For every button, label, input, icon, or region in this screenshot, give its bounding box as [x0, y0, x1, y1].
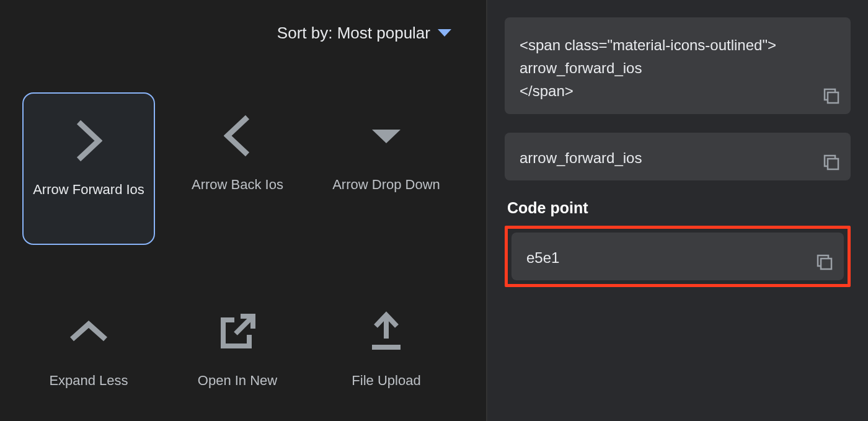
icon-detail-panel: <span class="material-icons-outlined"> a… — [487, 0, 868, 421]
code-point-text: e5e1 — [526, 246, 829, 269]
expand-less-icon — [67, 308, 110, 355]
code-point-box: e5e1 — [512, 233, 844, 280]
html-snippet-text: <span class="material-icons-outlined"> a… — [520, 33, 836, 103]
dropdown-caret-icon — [438, 29, 451, 38]
icon-tile-label: Arrow Forward Ios — [28, 180, 149, 199]
svg-marker-0 — [438, 29, 451, 37]
svg-marker-1 — [372, 130, 401, 143]
icon-tile-expand-less[interactable]: Expand Less — [22, 288, 155, 401]
arrow-drop-down-icon — [368, 112, 404, 159]
icon-name-box: arrow_forward_ios — [505, 133, 851, 180]
icon-tile-arrow-forward-ios[interactable]: Arrow Forward Ios — [22, 92, 155, 245]
sort-label: Sort by: Most popular — [277, 24, 430, 43]
svg-rect-8 — [828, 159, 838, 169]
arrow-back-ios-icon — [224, 112, 251, 159]
icon-tile-arrow-drop-down[interactable]: Arrow Drop Down — [320, 92, 453, 245]
sort-dropdown[interactable]: Sort by: Most popular — [0, 0, 486, 43]
code-point-heading: Code point — [507, 199, 851, 217]
code-point-highlight: e5e1 — [505, 226, 851, 287]
icon-tile-arrow-back-ios[interactable]: Arrow Back Ios — [171, 92, 304, 245]
icon-name-text: arrow_forward_ios — [520, 146, 836, 169]
icon-tile-file-upload[interactable]: File Upload — [320, 288, 453, 401]
icon-grid: Arrow Forward Ios Arrow Back Ios Arrow D… — [0, 92, 486, 401]
file-upload-icon — [367, 308, 405, 355]
icon-browser-panel: Sort by: Most popular Arrow Forward Ios … — [0, 0, 487, 421]
copy-snippet-button[interactable] — [822, 87, 841, 105]
open-in-new-icon — [217, 308, 258, 355]
svg-rect-10 — [821, 259, 831, 269]
html-snippet-box: <span class="material-icons-outlined"> a… — [505, 17, 851, 114]
icon-tile-label: Expand Less — [44, 371, 133, 390]
svg-line-2 — [236, 317, 252, 334]
copy-codepoint-button[interactable] — [815, 253, 834, 272]
arrow-forward-ios-icon — [75, 117, 102, 164]
icon-tile-open-in-new[interactable]: Open In New — [171, 288, 304, 401]
copy-name-button[interactable] — [822, 153, 841, 172]
icon-tile-label: Arrow Drop Down — [327, 175, 445, 194]
icon-tile-label: File Upload — [347, 371, 425, 390]
svg-rect-6 — [828, 92, 838, 103]
icon-tile-label: Arrow Back Ios — [187, 175, 288, 194]
icon-tile-label: Open In New — [193, 371, 282, 390]
